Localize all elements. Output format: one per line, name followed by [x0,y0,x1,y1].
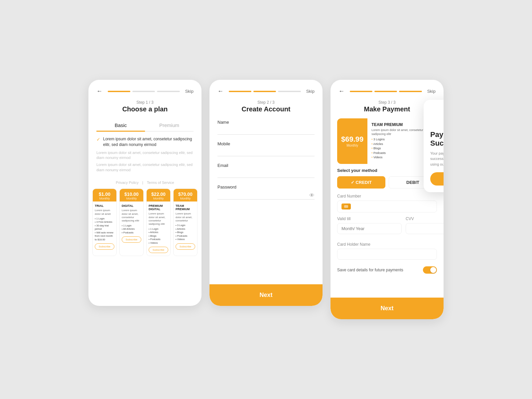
plan-trial-period: Monthly [94,197,115,200]
password-input-row: 👁 [217,192,315,200]
screen1-progress [108,91,180,92]
feature-item-checked: ✓ Lorem ipsum dolor sit amet, consetetur… [96,136,194,148]
plan-card-trial: $1.00 Monthly TRIAL Lorem ipsum dolor si… [92,189,117,256]
screen2-step-title: Step 2 / 3 Create Account [209,97,323,114]
screen3-progress [350,91,422,92]
valid-till-input[interactable] [341,226,397,231]
progress-segment-1 [108,91,130,92]
eye-toggle-icon[interactable]: 👁 [309,193,315,199]
cvv-section: CVV [406,216,444,238]
screen3-skip-button[interactable]: Skip [427,89,436,94]
feature-dim-1: Lorem ipsum dolor sit amet, consetetur s… [96,150,194,161]
plan-tp-f5: Videos [176,238,195,241]
screen2-skip-button[interactable]: Skip [306,89,315,94]
homepage-button[interactable]: Homepage [430,172,444,186]
subscribe-digital-button[interactable]: Subscribe [122,236,141,243]
screen-create-account: ← Skip Step 2 / 3 Create Account Name Mo… [209,80,323,306]
terms-of-service-link[interactable]: Terms of Service [147,181,174,185]
plan-premium-digital-header: $22.00 Monthly [147,189,170,201]
plan-tp-f4: Podcasts [176,234,195,238]
plan-team-premium-body: TEAM PREMIUM Lorem ipsum dolor sit amet,… [174,201,197,252]
subscribe-trial-button[interactable]: Subscribe [95,243,114,250]
valid-cvv-row: Valid till CVV [337,216,437,238]
selected-plan-left: $69.99 Monthly [337,118,367,164]
plan-card-team-premium: $70.00 Monthly TEAM PREMIUM Lorem ipsum … [173,189,198,256]
subscribe-premium-digital-button[interactable]: Subscribe [149,247,168,253]
cvv-label: CVV [406,216,444,221]
valid-till-label: Valid till [337,216,402,221]
card-number-input[interactable] [353,204,433,209]
mobile-field-container: Mobile [217,141,315,156]
plan-pd-f3: Blogs [149,234,168,238]
pipe-separator: | [142,181,143,185]
plan-digital-desc: Lorem ipsum dolor sit amet, consetetur s… [122,209,141,223]
feature-dim-2: Lorem ipsum dolor sit amet, consetetur s… [96,162,194,173]
selected-plan-period: Monthly [346,144,358,147]
plan-premium-digital-price: $22.00 [148,192,169,197]
screen-choose-plan: ← Skip Step 1 / 3 Choose a plan Basic Pr… [88,80,201,306]
screen1-heading: Choose a plan [96,105,194,113]
screen3-next-button[interactable]: Next [331,298,444,319]
email-label: Email [217,163,315,168]
plan-tp-f1: 3 Login [176,224,195,227]
cvv-input-row [406,223,444,234]
toggle-knob [430,267,436,273]
plan-trial-f1: 1 Login [95,217,114,221]
plan-team-premium-period: Monthly [175,197,196,200]
feature-text-1: Lorem ipsum dolor sit amet, consetetur s… [103,136,194,148]
tab-basic[interactable]: Basic [96,120,145,132]
screen1-header: ← Skip [88,80,201,97]
screen2-progress [229,91,301,92]
plan-trial-desc: Lorem ipsum dolor sit amet [95,209,114,216]
screen2-next-button[interactable]: Next [209,284,323,306]
screen2-progress-1 [229,91,251,92]
screen3-back-button[interactable]: ← [338,88,344,95]
screen2-back-button[interactable]: ← [217,88,223,95]
cvv-input[interactable] [410,226,444,231]
plan-pd-f5: Videos [149,241,168,245]
credit-check-icon: ✓ [351,180,356,185]
save-card-row: Save card details for future payments [337,264,437,274]
subscribe-team-premium-button[interactable]: Subscribe [176,243,195,250]
card-holder-input[interactable] [341,252,433,257]
plan-premium-digital-desc: Lorem ipsum dolor sit amet, consetetur s… [149,212,168,226]
screen1-skip-button[interactable]: Skip [185,89,194,94]
card-number-label: Card Number [337,194,437,199]
check-icon: ✓ [96,137,100,142]
password-input[interactable] [217,192,309,199]
plan-pd-f1: 1 Login [149,227,168,231]
plan-digital-f1: 1 Login [122,224,141,228]
credit-method-button[interactable]: ✓ CREDIT [337,176,385,189]
plan-trial-header: $1.00 Monthly [93,189,116,201]
save-card-toggle[interactable] [423,266,437,274]
plan-pd-f2: Articles [149,231,168,234]
plan-card-digital: $10.00 Monthly DIGITAL Lorem ipsum dolor… [119,189,144,256]
plan-trial-name: TRIAL [95,204,114,207]
screen1-step-label: Step 1 / 3 [96,100,194,105]
screen2-step-label: Step 2 / 3 [217,100,315,105]
name-input[interactable] [217,127,315,135]
tab-premium[interactable]: Premium [145,120,194,131]
card-holder-input-row [337,249,437,260]
screen2-heading: Create Account [217,105,315,113]
plan-tp-f3: Blogs [176,231,195,234]
privacy-policy-link[interactable]: Privacy Policy [116,181,138,185]
screen3-progress-2 [374,91,397,92]
card-icon-inner [344,205,348,208]
screen1-tabs: Basic Premium [96,120,194,132]
mobile-input[interactable] [217,148,315,156]
plan-digital-header: $10.00 Monthly [120,189,143,201]
selected-plan-price: $69.99 [341,135,363,144]
method-buttons: ✓ CREDIT DEBIT [337,176,437,189]
email-input[interactable] [217,170,315,178]
screen1-back-button[interactable]: ← [96,88,102,95]
create-account-form: Name Mobile Email Password 👁 [209,114,323,211]
plan-trial-f4: Will auto renew from next month to $18.0… [95,231,114,242]
plan-digital-f3: Podcasts [122,231,141,235]
plan-premium-digital-name: PREMIUM DIGITAL [149,204,168,211]
coin-area: 💰 💰 [430,106,444,126]
selected-plan-card: $69.99 Monthly TEAM PREMIUM Lorem ipsum … [337,118,437,164]
plan-trial-f2: 3 Free Articles [95,220,114,224]
card-brand-icon [341,203,351,209]
card-number-section: Card Number [337,194,437,212]
